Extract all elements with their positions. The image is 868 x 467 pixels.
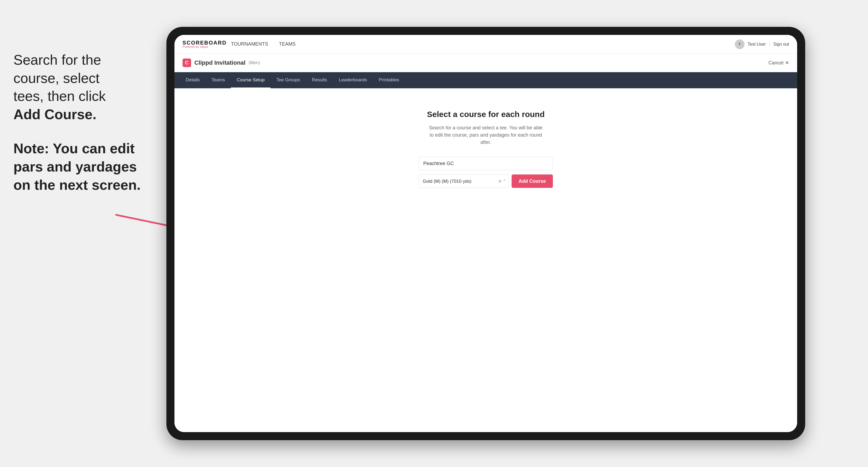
note-label: Note: [13,141,49,156]
annotation-line2: course, select [13,69,153,88]
tee-select[interactable]: Gold (M) (M) (7010 yds) [419,175,509,188]
tablet-screen: SCOREBOARD Powered by clippd TOURNAMENTS… [175,35,797,432]
nav-tournaments[interactable]: TOURNAMENTS [231,41,268,47]
nav-teams[interactable]: TEAMS [279,41,296,47]
tournament-gender: (Men) [249,60,260,65]
tournament-icon: C [183,59,191,67]
section-description: Search for a course and select a tee. Yo… [427,124,545,146]
course-search-input[interactable] [419,157,553,170]
tab-teams[interactable]: Teams [206,72,231,88]
tournament-title: C Clippd Invitational (Men) [183,59,260,67]
annotation-note: Note: You can edit pars and yardages on … [13,139,153,194]
tab-details[interactable]: Details [180,72,206,88]
brand-sub: Powered by clippd [183,45,226,48]
cancel-label: Cancel [768,60,783,66]
logo-area: SCOREBOARD Powered by clippd TOURNAMENTS… [183,40,296,48]
annotation-line3: tees, then click [13,87,153,105]
cancel-icon: ✕ [785,60,789,66]
tab-course-setup[interactable]: Course Setup [231,72,271,88]
tab-printables[interactable]: Printables [373,72,405,88]
tee-row: Gold (M) (M) (7010 yds) ✕ ⌃ Add Course [419,175,553,188]
brand: SCOREBOARD Powered by clippd [183,40,226,48]
main-content: Select a course for each round Search fo… [175,88,797,432]
course-form: Gold (M) (M) (7010 yds) ✕ ⌃ Add Course [419,157,553,188]
tournament-header: C Clippd Invitational (Men) Cancel ✕ [175,54,797,72]
user-area: T Test User | Sign out [735,39,789,49]
user-name: Test User [748,42,766,47]
tablet-device: SCOREBOARD Powered by clippd TOURNAMENTS… [166,27,805,440]
add-course-button[interactable]: Add Course [512,175,553,188]
signout-link[interactable]: Sign out [773,42,789,47]
tournament-name: Clippd Invitational [194,59,246,66]
cancel-button[interactable]: Cancel ✕ [768,60,789,66]
top-nav: TOURNAMENTS TEAMS [231,41,296,47]
separator: | [769,42,770,47]
tab-results[interactable]: Results [306,72,333,88]
tab-tee-groups[interactable]: Tee Groups [271,72,306,88]
tab-leaderboards[interactable]: Leaderboards [333,72,373,88]
user-avatar: T [735,39,745,49]
tee-select-wrapper: Gold (M) (M) (7010 yds) ✕ ⌃ [419,175,509,188]
annotation-line4: Add Course. [13,105,153,124]
top-nav-bar: SCOREBOARD Powered by clippd TOURNAMENTS… [175,35,797,54]
section-title: Select a course for each round [427,110,545,119]
brand-name: SCOREBOARD [183,40,226,45]
annotation-line1: Search for the [13,51,153,69]
annotation-area: Search for the course, select tees, then… [0,40,166,205]
tab-bar: Details Teams Course Setup Tee Groups Re… [175,72,797,88]
